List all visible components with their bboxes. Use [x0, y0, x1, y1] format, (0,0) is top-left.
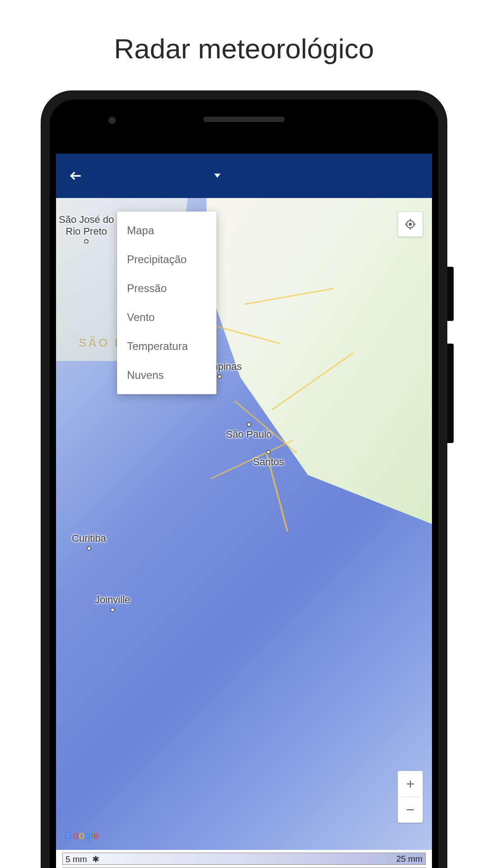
app-header [56, 154, 432, 198]
legend-value-max: 25 mm [396, 854, 422, 864]
phone-body: Mapa Precipitação Pressão Vento Temperat… [50, 99, 438, 868]
zoom-controls: + − [398, 771, 423, 823]
dropdown-item-nuvens[interactable]: Nuvens [117, 361, 216, 390]
crosshair-icon [404, 218, 417, 231]
layer-dropdown-menu: Mapa Precipitação Pressão Vento Temperat… [117, 212, 216, 394]
map-city-label: Curitiba [72, 533, 106, 551]
map-legend: 5 mm ✱ 25 mm 0 mm 💧︎ 100 mm 200 mm [56, 850, 432, 868]
locate-me-button[interactable] [398, 212, 423, 237]
legend-value-min: 5 mm ✱ [66, 854, 99, 864]
zoom-out-button[interactable]: − [398, 797, 422, 822]
phone-camera [108, 117, 116, 124]
dropdown-item-temperatura[interactable]: Temperatura [117, 332, 216, 361]
dropdown-item-precipitacao[interactable]: Precipitação [117, 245, 216, 274]
map-attribution: Google [64, 829, 99, 842]
city-name: São José do Rio Preto [59, 214, 114, 237]
map-city-label: São Paulo [226, 420, 272, 440]
city-marker-icon [217, 374, 222, 379]
page-title: Radar meteorológico [0, 0, 488, 83]
zoom-in-button[interactable]: + [398, 771, 422, 797]
legend-bar-snow: 5 mm ✱ 25 mm [62, 853, 426, 865]
city-name: São Paulo [226, 429, 272, 440]
map-city-label: São José do Rio Preto [59, 214, 114, 244]
svg-marker-1 [214, 174, 221, 178]
dropdown-caret-icon[interactable] [214, 172, 221, 180]
app-screen: Mapa Precipitação Pressão Vento Temperat… [56, 154, 432, 868]
phone-side-button [447, 267, 454, 321]
svg-point-3 [409, 223, 412, 226]
city-marker-icon [84, 239, 89, 244]
phone-speaker [203, 117, 285, 122]
phone-frame: Mapa Precipitação Pressão Vento Temperat… [41, 90, 447, 868]
map-city-label: Santos [253, 448, 284, 468]
snowflake-icon: ✱ [92, 854, 99, 864]
back-button[interactable] [65, 165, 87, 187]
city-marker-icon [247, 422, 251, 427]
city-name: Joinville [95, 594, 130, 605]
city-marker-icon [87, 546, 91, 551]
city-marker-icon [266, 450, 271, 454]
dropdown-item-vento[interactable]: Vento [117, 303, 216, 332]
city-name: Curitiba [72, 533, 106, 544]
map-city-label: Joinville [95, 594, 130, 612]
city-marker-icon [110, 608, 115, 612]
back-arrow-icon [69, 169, 83, 183]
map-canvas[interactable]: SÃO PA São José do Rio Preto Campinas Sã… [56, 198, 432, 850]
dropdown-item-mapa[interactable]: Mapa [117, 216, 216, 245]
dropdown-item-pressao[interactable]: Pressão [117, 274, 216, 303]
phone-side-button-2 [447, 344, 454, 443]
city-name: Santos [253, 456, 284, 467]
